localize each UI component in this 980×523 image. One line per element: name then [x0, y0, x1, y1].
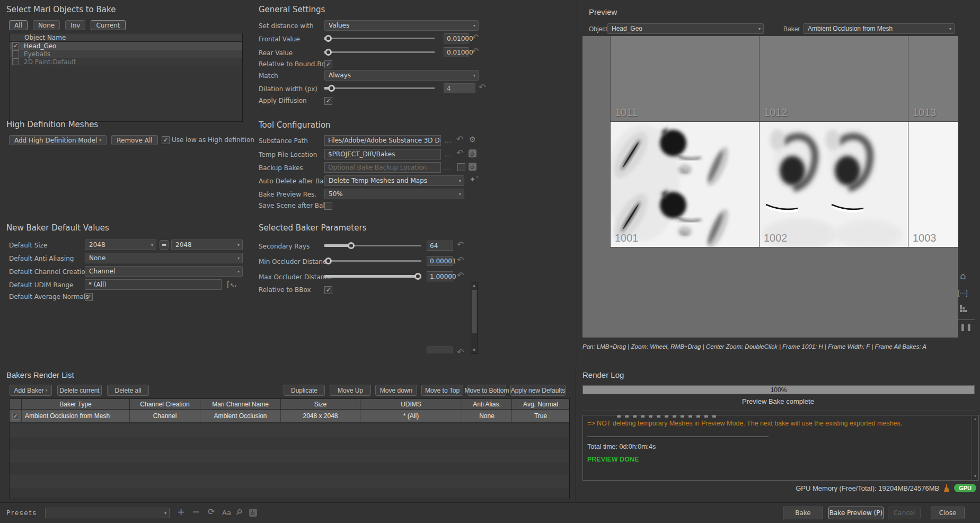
secondary-rays-slider[interactable]	[324, 242, 421, 249]
set-distance-dropdown[interactable]: Values▾	[324, 20, 479, 31]
location-pin-icon[interactable]: ⚲	[469, 163, 476, 171]
reset-icon[interactable]: ↶	[456, 135, 463, 144]
baker-enabled-checkbox[interactable]: ✓	[12, 413, 19, 420]
location-pin-icon[interactable]: ⚲	[469, 149, 476, 157]
move-up-button[interactable]: Move Up	[330, 385, 371, 396]
object-list-row[interactable]: Eyeballs	[10, 50, 242, 58]
clean-brush-icon[interactable]	[943, 484, 950, 492]
default-channel-creation-dropdown[interactable]: Channel▾	[85, 266, 243, 277]
select-inv-button[interactable]: Inv	[65, 20, 85, 30]
udim-preview-canvas[interactable]: 1011 1012 1013	[582, 36, 958, 338]
reset-icon[interactable]: ↶	[472, 47, 479, 56]
bake-preview-res-dropdown[interactable]: 50%▾	[324, 189, 464, 199]
remove-preset-icon[interactable]: −	[192, 507, 200, 517]
object-checkbox[interactable]	[12, 50, 19, 57]
home-icon[interactable]: ⌂	[960, 271, 966, 281]
add-baker-button[interactable]: Add Baker ▾	[10, 385, 52, 396]
object-checkbox[interactable]: ✓	[12, 42, 19, 49]
secondary-rays-field[interactable]: 64	[427, 241, 453, 251]
slider-handle[interactable]	[325, 49, 332, 56]
reset-icon[interactable]: ↶	[472, 33, 479, 42]
frontal-value-slider[interactable]	[324, 35, 435, 42]
pause-icon[interactable]: ❚❚	[960, 324, 973, 331]
object-list-row[interactable]: 2D Paint:Default	[10, 58, 242, 66]
browse-button[interactable]: ...	[444, 163, 453, 172]
bakers-table[interactable]: Baker Type Channel Creation Mari Channel…	[9, 398, 570, 499]
slider-handle[interactable]	[325, 258, 332, 264]
reset-icon[interactable]: ↶	[479, 83, 485, 92]
max-occluder-field[interactable]: 1.00000	[427, 271, 453, 281]
slider-handle[interactable]	[325, 35, 332, 42]
presets-dropdown[interactable]: ▾	[45, 508, 170, 518]
gear-icon[interactable]: ⚙	[469, 136, 476, 143]
duplicate-button[interactable]: Duplicate	[284, 385, 325, 396]
object-list-row[interactable]: ✓ Head_Geo	[10, 42, 242, 50]
move-to-bottom-button[interactable]: Move to Bottom	[467, 385, 506, 396]
min-occluder-field[interactable]: 0.00001	[427, 256, 453, 266]
render-log-box[interactable]: => NOT deleting temporary Meshes in Prev…	[582, 415, 979, 481]
slider-handle[interactable]	[414, 273, 421, 280]
save-scene-checkbox[interactable]	[324, 202, 332, 210]
remove-all-button[interactable]: Remove All	[111, 135, 157, 145]
pushpin-icon[interactable]: ⚲	[235, 507, 244, 516]
default-size-height-dropdown[interactable]: 2048▾	[171, 240, 243, 250]
rear-value-slider[interactable]	[324, 49, 435, 56]
bake-button[interactable]: Bake	[783, 507, 823, 519]
location-pin-icon[interactable]: ⚲	[249, 509, 257, 517]
object-checkbox[interactable]	[12, 58, 19, 65]
default-anti-aliasing-dropdown[interactable]: None▾	[85, 253, 243, 263]
relative-bbox-checkbox[interactable]: ✓	[324, 286, 332, 294]
select-current-button[interactable]: Current	[91, 20, 125, 30]
preview-baker-dropdown[interactable]: Ambient Occlusion from Mesh▾	[804, 23, 955, 34]
browse-button[interactable]: ...	[444, 150, 453, 158]
min-occluder-slider[interactable]	[324, 258, 421, 264]
use-low-as-high-checkbox[interactable]: ✓	[162, 136, 170, 144]
reset-icon[interactable]: ↶	[457, 241, 464, 249]
object-list-table[interactable]: Object Name ✓ Head_Geo Eyeballs 2D Paint…	[9, 33, 243, 122]
frontal-value-field[interactable]: 0.01000	[444, 33, 469, 43]
frame-width-icon[interactable]: [⋯]	[958, 290, 968, 296]
move-to-top-button[interactable]: Move to Top	[421, 385, 463, 396]
close-button[interactable]: Close	[931, 507, 965, 519]
delete-current-button[interactable]: Delete current	[57, 385, 102, 396]
reset-icon[interactable]: ↶	[456, 149, 463, 157]
scrollbar-thumb[interactable]	[472, 290, 476, 333]
browse-button[interactable]: ...	[444, 136, 453, 145]
apply-diffusion-checkbox[interactable]: ✓	[324, 97, 332, 105]
default-size-width-dropdown[interactable]: 2048▾	[85, 240, 156, 250]
rear-value-field[interactable]: 0.01000	[444, 47, 469, 57]
default-udim-range-input[interactable]: * (All)	[85, 279, 222, 290]
backup-bakes-input[interactable]: Optional Bake Backup Location	[324, 162, 441, 173]
slider-handle[interactable]	[348, 242, 355, 249]
udim-picker-icon[interactable]: [↖▾	[227, 279, 236, 289]
move-down-button[interactable]: Move down	[375, 385, 417, 396]
tile-layout-icon[interactable]	[959, 304, 968, 313]
apply-new-defaults-button[interactable]: Apply new Defaults	[510, 385, 566, 396]
add-high-def-model-button[interactable]: Add High Definition Model ▾	[9, 135, 107, 145]
select-none-button[interactable]: None	[33, 20, 60, 30]
delete-all-button[interactable]: Delete all	[107, 385, 149, 396]
refresh-icon[interactable]: ⟳	[208, 508, 215, 516]
sparkle-clean-icon[interactable]: ✦✧	[470, 175, 479, 183]
rename-icon[interactable]: Aa	[222, 509, 231, 516]
relative-boundbox-checkbox[interactable]: ✓	[324, 60, 332, 68]
add-preset-icon[interactable]: +	[177, 507, 185, 517]
match-dropdown[interactable]: Always▾	[324, 70, 479, 81]
log-scrollbar[interactable]: ▲ ▼	[972, 415, 978, 480]
select-all-button[interactable]: All	[9, 20, 28, 30]
link-size-button[interactable]: =	[160, 240, 169, 250]
params-scrollbar[interactable]: ▲ ▼	[471, 282, 478, 354]
reset-icon[interactable]: ↶	[457, 271, 464, 280]
auto-delete-dropdown[interactable]: Delete Temp Meshes and Maps▾	[324, 175, 464, 186]
preview-object-dropdown[interactable]: Head_Geo▾	[607, 23, 764, 34]
max-occluder-slider[interactable]	[324, 273, 421, 280]
bake-preview-button[interactable]: Bake Preview (P)	[828, 507, 884, 519]
substance-path-input[interactable]: Files/Adobe/Adobe Substance 3D Designer/	[324, 135, 441, 146]
dilation-width-field[interactable]: 4	[444, 83, 475, 93]
dilation-width-slider[interactable]	[324, 85, 435, 92]
slider-handle[interactable]	[328, 85, 335, 92]
cancel-button[interactable]: Cancel	[888, 507, 921, 519]
reset-icon[interactable]: ↶	[457, 256, 464, 264]
baker-row[interactable]: ✓ Ambient Occlusion from Mesh Channel Am…	[10, 410, 569, 423]
temp-file-location-input[interactable]: $PROJECT_DIR/Bakes	[324, 149, 441, 159]
